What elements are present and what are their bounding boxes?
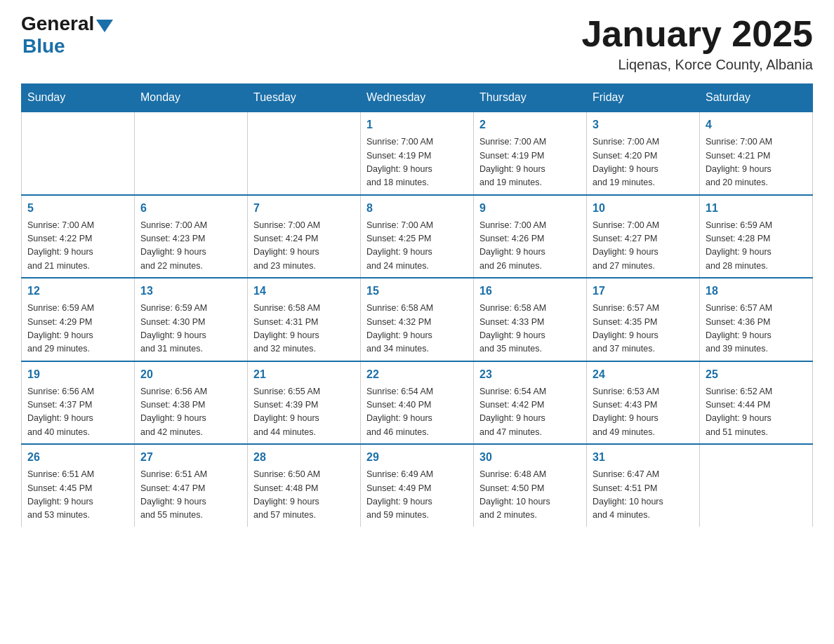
day-number: 29 [366, 449, 468, 466]
calendar-cell: 21Sunrise: 6:55 AMSunset: 4:39 PMDayligh… [248, 361, 361, 445]
logo-arrow-icon [96, 20, 113, 32]
calendar-header-thursday: Thursday [474, 84, 587, 112]
day-info: Sunrise: 7:00 AMSunset: 4:27 PMDaylight:… [593, 219, 694, 274]
calendar-cell: 17Sunrise: 6:57 AMSunset: 4:35 PMDayligh… [587, 278, 700, 361]
day-info: Sunrise: 6:47 AMSunset: 4:51 PMDaylight:… [593, 468, 694, 523]
calendar-cell: 7Sunrise: 7:00 AMSunset: 4:24 PMDaylight… [248, 195, 361, 279]
calendar-cell: 16Sunrise: 6:58 AMSunset: 4:33 PMDayligh… [474, 278, 587, 361]
calendar-cell: 3Sunrise: 7:00 AMSunset: 4:20 PMDaylight… [587, 112, 700, 195]
calendar-cell: 20Sunrise: 6:56 AMSunset: 4:38 PMDayligh… [135, 361, 248, 445]
calendar-cell: 22Sunrise: 6:54 AMSunset: 4:40 PMDayligh… [361, 361, 474, 445]
day-number: 23 [479, 366, 581, 383]
calendar-header-friday: Friday [587, 84, 700, 112]
day-info: Sunrise: 7:00 AMSunset: 4:19 PMDaylight:… [366, 135, 468, 190]
calendar-header-monday: Monday [135, 84, 248, 112]
day-info: Sunrise: 6:57 AMSunset: 4:35 PMDaylight:… [593, 302, 694, 356]
day-number: 1 [366, 116, 468, 133]
calendar-cell [22, 112, 135, 195]
day-number: 18 [706, 283, 807, 300]
calendar-week-row: 1Sunrise: 7:00 AMSunset: 4:19 PMDaylight… [22, 112, 813, 195]
day-info: Sunrise: 7:00 AMSunset: 4:25 PMDaylight:… [366, 219, 468, 274]
day-info: Sunrise: 7:00 AMSunset: 4:23 PMDaylight:… [140, 219, 241, 274]
logo-general-text: General [21, 14, 94, 34]
calendar-cell: 1Sunrise: 7:00 AMSunset: 4:19 PMDaylight… [361, 112, 474, 195]
day-info: Sunrise: 6:52 AMSunset: 4:44 PMDaylight:… [706, 385, 807, 440]
calendar-cell: 27Sunrise: 6:51 AMSunset: 4:47 PMDayligh… [135, 444, 248, 527]
calendar-cell: 31Sunrise: 6:47 AMSunset: 4:51 PMDayligh… [587, 444, 700, 527]
day-info: Sunrise: 6:56 AMSunset: 4:38 PMDaylight:… [140, 385, 241, 440]
day-number: 26 [27, 449, 128, 466]
calendar-cell: 10Sunrise: 7:00 AMSunset: 4:27 PMDayligh… [587, 195, 700, 279]
day-info: Sunrise: 6:59 AMSunset: 4:30 PMDaylight:… [140, 302, 241, 356]
day-info: Sunrise: 7:00 AMSunset: 4:19 PMDaylight:… [479, 135, 581, 190]
calendar-cell: 8Sunrise: 7:00 AMSunset: 4:25 PMDaylight… [361, 195, 474, 279]
calendar-cell: 26Sunrise: 6:51 AMSunset: 4:45 PMDayligh… [22, 444, 135, 527]
calendar-cell: 23Sunrise: 6:54 AMSunset: 4:42 PMDayligh… [474, 361, 587, 445]
day-info: Sunrise: 6:53 AMSunset: 4:43 PMDaylight:… [593, 385, 694, 440]
day-info: Sunrise: 6:57 AMSunset: 4:36 PMDaylight:… [706, 302, 807, 356]
day-info: Sunrise: 6:51 AMSunset: 4:47 PMDaylight:… [140, 468, 241, 523]
day-info: Sunrise: 6:54 AMSunset: 4:40 PMDaylight:… [366, 385, 468, 440]
logo-blue-text: Blue [22, 35, 65, 58]
calendar-cell: 24Sunrise: 6:53 AMSunset: 4:43 PMDayligh… [587, 361, 700, 445]
calendar-header-wednesday: Wednesday [361, 84, 474, 112]
day-number: 13 [140, 283, 241, 300]
day-number: 30 [479, 449, 581, 466]
calendar-cell: 15Sunrise: 6:58 AMSunset: 4:32 PMDayligh… [361, 278, 474, 361]
day-number: 6 [140, 200, 241, 217]
day-number: 10 [593, 200, 694, 217]
day-info: Sunrise: 6:59 AMSunset: 4:29 PMDaylight:… [27, 302, 128, 356]
day-number: 31 [593, 449, 694, 466]
page-header: General Blue January 2025 Liqenas, Korce… [21, 14, 813, 73]
day-info: Sunrise: 7:00 AMSunset: 4:24 PMDaylight:… [253, 219, 355, 274]
day-number: 22 [366, 366, 468, 383]
day-number: 20 [140, 366, 241, 383]
logo: General Blue [21, 14, 113, 58]
calendar-cell: 9Sunrise: 7:00 AMSunset: 4:26 PMDaylight… [474, 195, 587, 279]
calendar-week-row: 5Sunrise: 7:00 AMSunset: 4:22 PMDaylight… [22, 195, 813, 279]
day-number: 27 [140, 449, 241, 466]
day-info: Sunrise: 7:00 AMSunset: 4:21 PMDaylight:… [706, 135, 807, 190]
day-info: Sunrise: 6:58 AMSunset: 4:33 PMDaylight:… [479, 302, 581, 356]
day-info: Sunrise: 6:58 AMSunset: 4:32 PMDaylight:… [366, 302, 468, 356]
day-number: 9 [479, 200, 581, 217]
day-info: Sunrise: 6:59 AMSunset: 4:28 PMDaylight:… [706, 219, 807, 274]
month-title: January 2025 [581, 14, 813, 54]
day-info: Sunrise: 7:00 AMSunset: 4:22 PMDaylight:… [27, 219, 128, 274]
day-number: 3 [593, 116, 694, 133]
calendar-cell: 28Sunrise: 6:50 AMSunset: 4:48 PMDayligh… [248, 444, 361, 527]
calendar-cell [248, 112, 361, 195]
calendar-cell: 18Sunrise: 6:57 AMSunset: 4:36 PMDayligh… [700, 278, 813, 361]
calendar-cell: 12Sunrise: 6:59 AMSunset: 4:29 PMDayligh… [22, 278, 135, 361]
day-number: 11 [706, 200, 807, 217]
calendar-cell [135, 112, 248, 195]
calendar-cell: 11Sunrise: 6:59 AMSunset: 4:28 PMDayligh… [700, 195, 813, 279]
calendar-header-saturday: Saturday [700, 84, 813, 112]
calendar-cell: 5Sunrise: 7:00 AMSunset: 4:22 PMDaylight… [22, 195, 135, 279]
calendar-week-row: 26Sunrise: 6:51 AMSunset: 4:45 PMDayligh… [22, 444, 813, 527]
day-number: 2 [479, 116, 581, 133]
calendar-cell: 29Sunrise: 6:49 AMSunset: 4:49 PMDayligh… [361, 444, 474, 527]
day-info: Sunrise: 6:56 AMSunset: 4:37 PMDaylight:… [27, 385, 128, 440]
calendar-cell: 13Sunrise: 6:59 AMSunset: 4:30 PMDayligh… [135, 278, 248, 361]
day-number: 7 [253, 200, 355, 217]
calendar-header-sunday: Sunday [22, 84, 135, 112]
day-number: 24 [593, 366, 694, 383]
day-info: Sunrise: 6:49 AMSunset: 4:49 PMDaylight:… [366, 468, 468, 523]
day-info: Sunrise: 6:58 AMSunset: 4:31 PMDaylight:… [253, 302, 355, 356]
day-number: 12 [27, 283, 128, 300]
calendar-week-row: 12Sunrise: 6:59 AMSunset: 4:29 PMDayligh… [22, 278, 813, 361]
day-info: Sunrise: 6:50 AMSunset: 4:48 PMDaylight:… [253, 468, 355, 523]
title-block: January 2025 Liqenas, Korce County, Alba… [581, 14, 813, 73]
calendar-cell: 30Sunrise: 6:48 AMSunset: 4:50 PMDayligh… [474, 444, 587, 527]
calendar-header-row: SundayMondayTuesdayWednesdayThursdayFrid… [22, 84, 813, 112]
calendar-table: SundayMondayTuesdayWednesdayThursdayFrid… [21, 83, 813, 527]
day-number: 4 [706, 116, 807, 133]
calendar-cell: 25Sunrise: 6:52 AMSunset: 4:44 PMDayligh… [700, 361, 813, 445]
day-number: 19 [27, 366, 128, 383]
calendar-header-tuesday: Tuesday [248, 84, 361, 112]
calendar-cell: 6Sunrise: 7:00 AMSunset: 4:23 PMDaylight… [135, 195, 248, 279]
day-number: 25 [706, 366, 807, 383]
calendar-cell [700, 444, 813, 527]
day-number: 15 [366, 283, 468, 300]
